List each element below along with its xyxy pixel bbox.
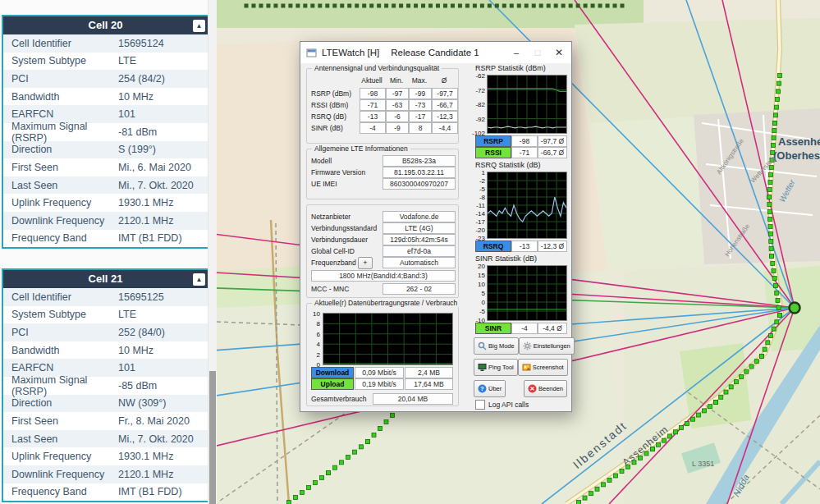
tree-row xyxy=(347,4,351,8)
measurement-trail-right xyxy=(763,347,767,351)
table-row: Uplink Frequency1930.1 MHz xyxy=(3,194,208,212)
table-row: System SubtypeLTE xyxy=(3,53,208,71)
stat-title: RSRQ Statistik (dB) xyxy=(475,161,541,169)
ping-tool-button[interactable]: Ping Tool xyxy=(474,359,518,376)
info-field-label: UE IMEI xyxy=(311,180,337,188)
column-header: Aktuell xyxy=(355,76,388,85)
collapse-icon[interactable]: ▲ xyxy=(193,20,205,32)
network-field-value: ef7d-0a xyxy=(383,245,456,257)
cell-tower-marker[interactable] xyxy=(790,303,800,314)
rssi-current: -71 xyxy=(511,147,538,158)
axis-tick: -5 xyxy=(467,308,485,315)
axis-tick: -20 xyxy=(467,227,485,234)
measurement-trail-left xyxy=(300,491,305,495)
row-value: IMT (B1 FDD) xyxy=(118,486,208,497)
measurement-trail-right xyxy=(662,438,667,442)
measurement-trail-right xyxy=(772,327,776,331)
network-field-label: Frequenzband xyxy=(311,259,356,267)
collapse-icon[interactable]: ▲ xyxy=(193,273,205,286)
download-rate: 0,09 Mbit/s xyxy=(355,367,404,378)
minimize-button[interactable]: – xyxy=(507,42,525,63)
axis-tick: 5 xyxy=(467,290,485,297)
screenshot-button[interactable]: Screenshot xyxy=(518,359,568,376)
rsrp-average: -97,7 Ø xyxy=(538,135,567,147)
tree-row xyxy=(554,4,558,8)
measurement-trail-right xyxy=(772,277,776,281)
big-mode-button[interactable]: Big Mode xyxy=(474,337,519,355)
measurement-trail-left xyxy=(314,481,318,485)
axis-tick: 2 xyxy=(302,351,320,359)
measurement-trail-left xyxy=(294,496,298,500)
row-value: 101 xyxy=(118,108,208,120)
tree-row xyxy=(532,4,536,8)
scrollbar-thumb[interactable] xyxy=(209,371,216,504)
maximize-button[interactable]: □ xyxy=(529,42,547,63)
measurement-trail-right xyxy=(774,113,778,117)
tree-row xyxy=(428,4,433,8)
panel-title: Cell 20 xyxy=(89,19,123,31)
tree-row xyxy=(421,4,425,8)
rsrp-badge: RSRP xyxy=(475,135,511,147)
measurement-trail-right xyxy=(772,129,776,133)
button-label: Ping Tool xyxy=(488,364,514,371)
signal-value-field: 8 xyxy=(409,122,432,134)
tree-row xyxy=(399,4,403,8)
log-api-checkbox[interactable] xyxy=(475,400,485,410)
measurement-trail-right xyxy=(703,409,707,413)
info-field-value: 81.195.03.22.11 xyxy=(383,167,456,178)
measurement-trail-right xyxy=(768,181,772,185)
signal-value-field: -12,3 xyxy=(432,111,458,122)
close-button[interactable]: ✕ xyxy=(550,42,568,63)
axis-tick: -82 xyxy=(467,101,485,108)
chart-rssi xyxy=(487,75,567,134)
table-row: DirectionNW (309°) xyxy=(3,395,208,413)
signal-value-field: -71 xyxy=(360,99,386,111)
magnifier-icon xyxy=(478,341,487,351)
table-row: Uplink Frequency1930.1 MHz xyxy=(3,447,208,465)
cell-20-panel: Cell 20 ▲ Cell Identifier15695124System … xyxy=(2,15,209,249)
expand-band-button[interactable]: + xyxy=(358,257,373,269)
about-button[interactable]: ?Über xyxy=(474,380,506,397)
axis-tick: -5 xyxy=(467,186,485,193)
tree-row xyxy=(273,4,277,8)
rssi-badge: RSSI xyxy=(475,147,511,158)
row-value: 254 (84/2) xyxy=(118,73,208,85)
axis-tick: 10 xyxy=(467,281,485,288)
quit-icon: ✕ xyxy=(528,384,537,393)
row-label: First Seen xyxy=(3,162,118,173)
signal-value-field: -17 xyxy=(409,111,432,122)
quit-button[interactable]: ✕Beenden xyxy=(524,380,567,397)
measurement-trail-right xyxy=(719,395,723,399)
row-value: 2120.1 MHz xyxy=(118,469,208,480)
measurement-trail-right xyxy=(674,430,678,434)
chart-rsrq xyxy=(487,172,567,239)
window-titlebar[interactable]: LTEWatch [H] Release Candidate 1 – □ ✕ xyxy=(300,42,571,63)
measurement-trail-right xyxy=(776,299,780,303)
sidebar-scrollbar[interactable] xyxy=(208,0,217,504)
measurement-trail-right xyxy=(595,487,599,491)
tree-row xyxy=(547,4,551,8)
row-value: LTE xyxy=(118,309,208,320)
tree-row xyxy=(473,4,477,8)
measurement-trail-right xyxy=(772,136,776,140)
tree-row xyxy=(384,4,388,8)
measurement-trail-right xyxy=(767,188,772,192)
chart-sinr xyxy=(487,265,567,321)
settings-button[interactable]: Einstellungen xyxy=(519,337,575,355)
measurement-trail-left xyxy=(346,456,350,460)
stat-title: SINR Statistik (dB) xyxy=(475,254,537,263)
signal-value-field: -97,7 xyxy=(432,88,458,99)
row-label: EARFCN xyxy=(3,108,118,120)
signal-value-field: -4 xyxy=(360,122,386,134)
measurement-trail-right xyxy=(773,121,777,126)
signal-value-field: -99 xyxy=(409,88,432,99)
tree-row xyxy=(406,4,410,8)
row-label: Direction xyxy=(3,144,118,155)
measurement-trail-right xyxy=(769,247,773,251)
help-icon: ? xyxy=(478,384,487,393)
info-field-value: 860300040970207 xyxy=(383,178,456,190)
signal-value-field: -66,7 xyxy=(432,99,458,111)
tree-row xyxy=(458,4,462,8)
row-label: System Subtype xyxy=(3,309,118,320)
panel-header: Cell 20 ▲ xyxy=(3,16,208,34)
